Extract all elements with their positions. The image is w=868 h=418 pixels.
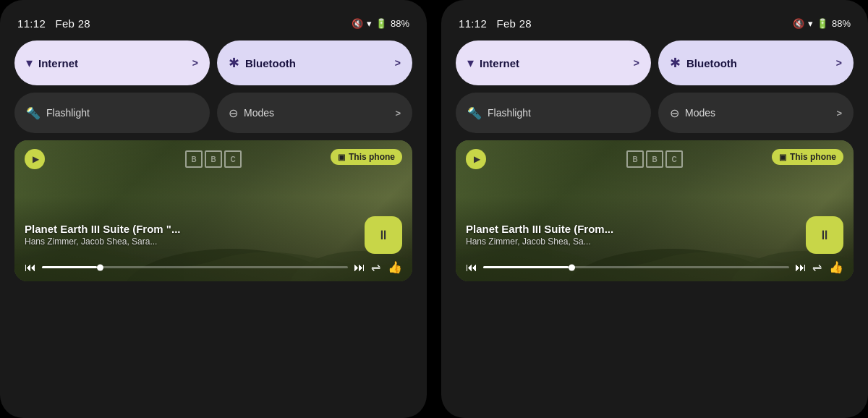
status-time-date-1: 11:12 Feb 28: [17, 17, 90, 30]
phone-badge-icon-1: ▣: [338, 153, 345, 162]
bbc-b2-2: B: [646, 150, 663, 168]
status-bar-1: 11:12 Feb 28 🔇 ▾ 🔋 88%: [14, 13, 412, 33]
media-info-1: Planet Earth III Suite (From "... Hans Z…: [25, 223, 354, 247]
flashlight-icon-2: 🔦: [467, 106, 482, 120]
internet-tile-1[interactable]: ▾ Internet >: [14, 40, 210, 85]
bbc-logo-1: B B C: [185, 150, 242, 168]
play-triangle-1: ▶: [33, 154, 39, 164]
bbc-c-2: C: [665, 150, 683, 168]
modes-tile-2[interactable]: ⊖ Modes >: [658, 93, 854, 133]
shuffle-button-1[interactable]: ⇌: [371, 260, 380, 274]
progress-fill-2: [483, 266, 569, 268]
media-title-2: Planet Earth III Suite (From...: [466, 223, 796, 235]
this-phone-text-1: This phone: [349, 152, 395, 162]
bbc-b2-1: B: [205, 150, 222, 168]
play-circle-1[interactable]: ▶: [25, 149, 45, 169]
progress-dot-2: [569, 264, 575, 270]
bbc-c-1: C: [224, 150, 242, 168]
status-date-1: Feb 28: [55, 17, 90, 30]
modes-label-2: Modes: [685, 107, 830, 119]
modes-chevron-2: >: [836, 108, 842, 119]
flashlight-label-2: Flashlight: [488, 107, 639, 119]
bluetooth-tile-icon-1: ✱: [229, 55, 239, 71]
mute-icon-1: 🔇: [352, 18, 363, 29]
panel-gap: [427, 0, 441, 418]
internet-chevron-1: >: [192, 57, 198, 69]
phone-panel-2: 11:12 Feb 28 🔇 ▾ 🔋 88% ▾ Internet > ✱ Bl…: [441, 0, 868, 418]
quick-tiles-row1-p1: ▾ Internet > ✱ Bluetooth >: [14, 40, 412, 85]
progress-fill-1: [42, 266, 97, 268]
bbc-b1-2: B: [626, 150, 644, 168]
media-info-2: Planet Earth III Suite (From... Hans Zim…: [466, 223, 796, 247]
battery-icon-1: 🔋: [375, 18, 387, 29]
battery-pct-2: 88%: [832, 18, 851, 29]
media-card-2[interactable]: B B C ▶ ▣ This phone Planet Earth III Su…: [456, 140, 854, 281]
media-artist-1: Hans Zimmer, Jacob Shea, Sara...: [25, 236, 354, 247]
flashlight-tile-1[interactable]: 🔦 Flashlight: [14, 93, 210, 133]
flashlight-icon-1: 🔦: [26, 106, 41, 120]
quick-tiles-row2-p2: 🔦 Flashlight ⊖ Modes >: [456, 93, 854, 133]
modes-icon-1: ⊖: [229, 106, 238, 120]
this-phone-badge-2[interactable]: ▣ This phone: [772, 149, 843, 165]
battery-pct-1: 88%: [391, 18, 409, 29]
status-date-2: Feb 28: [496, 17, 532, 30]
progress-bar-1[interactable]: [42, 266, 348, 268]
media-controls-2: ⏮ ⏭ ⇌ 👍: [466, 260, 843, 274]
wifi-icon-1: ▾: [367, 18, 372, 29]
next-button-2[interactable]: ⏭: [795, 261, 807, 274]
bluetooth-label-1: Bluetooth: [245, 57, 389, 69]
internet-chevron-2: >: [634, 57, 639, 69]
wifi-icon-2: ▾: [808, 18, 813, 29]
status-time-date-2: 11:12 Feb 28: [459, 17, 532, 30]
pause-icon-1: ⏸: [377, 228, 390, 243]
ctrl-right-group-2: ⇌ 👍: [812, 260, 843, 274]
media-card-1[interactable]: B B C ▶ ▣ This phone Planet Earth III Su…: [14, 140, 412, 281]
ctrl-right-group-1: ⇌ 👍: [371, 260, 402, 274]
phone-badge-icon-2: ▣: [779, 153, 786, 162]
thumbsup-button-2[interactable]: 👍: [829, 260, 843, 274]
thumbsup-button-1[interactable]: 👍: [388, 260, 402, 274]
this-phone-badge-1[interactable]: ▣ This phone: [331, 149, 402, 165]
internet-tile-2[interactable]: ▾ Internet >: [456, 40, 651, 85]
modes-chevron-1: >: [395, 108, 401, 119]
wifi-tile-icon-1: ▾: [26, 55, 33, 71]
modes-tile-1[interactable]: ⊖ Modes >: [217, 93, 412, 133]
internet-label-2: Internet: [480, 57, 628, 69]
pause-icon-2: ⏸: [818, 228, 831, 243]
bluetooth-chevron-2: >: [836, 57, 842, 69]
battery-icon-2: 🔋: [817, 18, 828, 29]
progress-bar-2[interactable]: [483, 266, 789, 268]
wifi-tile-icon-2: ▾: [467, 55, 474, 71]
phone-panel-1: 11:12 Feb 28 🔇 ▾ 🔋 88% ▾ Internet > ✱ Bl…: [0, 0, 427, 418]
media-title-1: Planet Earth III Suite (From "...: [25, 223, 354, 235]
status-icons-1: 🔇 ▾ 🔋 88%: [352, 18, 409, 29]
prev-button-1[interactable]: ⏮: [25, 261, 36, 274]
quick-tiles-row1-p2: ▾ Internet > ✱ Bluetooth >: [456, 40, 854, 85]
next-button-1[interactable]: ⏭: [354, 261, 365, 274]
progress-dot-1: [97, 264, 103, 270]
pause-button-2[interactable]: ⏸: [806, 216, 843, 254]
this-phone-text-2: This phone: [790, 152, 836, 162]
mute-icon-2: 🔇: [793, 18, 804, 29]
status-time-2: 11:12: [459, 17, 487, 30]
prev-button-2[interactable]: ⏮: [466, 261, 477, 274]
flashlight-tile-2[interactable]: 🔦 Flashlight: [456, 93, 651, 133]
flashlight-label-1: Flashlight: [46, 107, 198, 119]
bluetooth-tile-icon-2: ✱: [670, 55, 681, 71]
status-time-1: 11:12: [17, 17, 46, 30]
bluetooth-tile-2[interactable]: ✱ Bluetooth >: [658, 40, 854, 85]
modes-icon-2: ⊖: [670, 106, 679, 120]
status-bar-2: 11:12 Feb 28 🔇 ▾ 🔋 88%: [456, 13, 854, 33]
pause-button-1[interactable]: ⏸: [365, 216, 402, 254]
bbc-logo-2: B B C: [626, 150, 683, 168]
quick-tiles-row2-p1: 🔦 Flashlight ⊖ Modes >: [14, 93, 412, 133]
shuffle-button-2[interactable]: ⇌: [812, 260, 822, 274]
modes-label-1: Modes: [244, 107, 389, 119]
status-icons-2: 🔇 ▾ 🔋 88%: [793, 18, 851, 29]
play-circle-2[interactable]: ▶: [466, 149, 486, 169]
play-triangle-2: ▶: [474, 154, 480, 164]
media-artist-2: Hans Zimmer, Jacob Shea, Sa...: [466, 236, 796, 247]
media-controls-1: ⏮ ⏭ ⇌ 👍: [25, 260, 402, 274]
bluetooth-label-2: Bluetooth: [686, 57, 830, 69]
bluetooth-tile-1[interactable]: ✱ Bluetooth >: [217, 40, 412, 85]
